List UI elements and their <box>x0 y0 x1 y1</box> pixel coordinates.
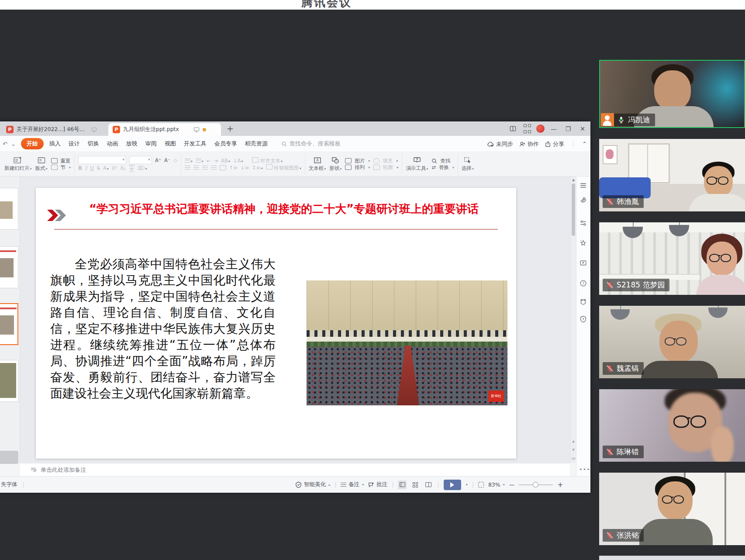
effects-star-icon[interactable] <box>579 239 588 248</box>
shrink-font-button[interactable]: A⁻ <box>164 157 170 163</box>
menu-home[interactable]: 开始 <box>21 138 44 149</box>
slide-sorter-view-button[interactable] <box>411 480 420 489</box>
align-text-button[interactable]: 对齐文本▾ <box>252 157 283 164</box>
font-size-combo[interactable] <box>129 156 152 164</box>
fill-button[interactable]: 填充▾ <box>373 158 398 164</box>
reading-view-button[interactable] <box>424 480 433 489</box>
menu-view[interactable]: 视图 <box>161 138 180 149</box>
menu-docer[interactable]: 稻壳资源 <box>241 138 272 149</box>
menu-review[interactable]: 审阅 <box>141 138 161 149</box>
screen-cast-icon[interactable] <box>579 259 588 268</box>
participant-tile[interactable]: 陈琳错 <box>599 389 745 462</box>
arrange-button[interactable]: 排列▾ <box>345 164 370 171</box>
tab-ppt-document-active[interactable]: P 九月组织生活ppt.pptx <box>108 123 221 136</box>
font-name-combo[interactable] <box>78 156 126 164</box>
find-button[interactable]: 查找 <box>431 158 454 164</box>
grow-font-button[interactable]: A⁺ <box>155 157 161 163</box>
justify-icon[interactable] <box>211 166 217 169</box>
clear-format-icon[interactable]: ◇ <box>173 157 177 163</box>
align-right-icon[interactable] <box>202 166 208 169</box>
collaborate-button[interactable]: 协作 <box>519 140 539 148</box>
participant-tile-speaking[interactable]: 冯凯迪 <box>599 60 745 128</box>
character-spacing-button[interactable]: AB▾ <box>221 158 230 164</box>
notes-bar[interactable]: 单击此处添加备注 <box>20 463 570 476</box>
line-spacing-button[interactable]: ↕≡▾ <box>252 165 262 171</box>
view-toggle-icon[interactable]: ▭ <box>570 456 576 460</box>
normal-view-button[interactable] <box>398 480 407 489</box>
minimize-button[interactable]: — <box>548 124 559 134</box>
new-tab-button[interactable]: + <box>225 124 235 134</box>
zoom-slider-handle[interactable] <box>533 482 538 487</box>
previous-slide-button[interactable]: ∧ <box>570 439 576 444</box>
zoom-out-button[interactable]: — <box>509 481 515 488</box>
new-slide-button[interactable]: 新建幻灯片▾ <box>4 156 32 172</box>
sync-status[interactable]: 未同步 <box>487 140 513 148</box>
missing-font-status[interactable]: 失字体 <box>1 481 17 488</box>
presentation-tools-button[interactable]: 演示工具▾ <box>406 157 428 172</box>
smart-beautify-button[interactable]: 智能美化▴ <box>295 481 330 488</box>
slide[interactable]: “学习习近平总书记重要讲话精神，迎接党的二十大”专题研讨班上的重要讲话 全党必须… <box>36 188 516 459</box>
menu-devtools[interactable]: 开发工具 <box>180 138 210 149</box>
menu-insert[interactable]: 插入 <box>45 138 65 149</box>
close-button[interactable]: ✕ <box>577 124 588 134</box>
italic-button[interactable]: I <box>85 165 87 171</box>
notes-toggle-button[interactable]: 备注▾ <box>341 481 364 488</box>
menu-transition[interactable]: 切换 <box>84 138 103 149</box>
apps-grid-icon[interactable] <box>522 124 532 134</box>
strikethrough-button[interactable]: S <box>97 165 100 171</box>
panel-more-icon[interactable]: ••• <box>579 466 590 473</box>
tab-pdf-document[interactable]: P 关于开展好2022...] 46号）.pdf <box>2 123 101 136</box>
slide-thumbnail[interactable] <box>0 360 18 402</box>
redo-dropdown-icon[interactable]: ⌄ <box>11 141 16 147</box>
zoom-in-button[interactable]: + <box>557 480 563 489</box>
slide-thumbnail[interactable] <box>0 246 18 288</box>
outline-button[interactable]: 轮廓▾ <box>373 164 398 171</box>
reset-button[interactable]: 重置 <box>51 158 71 164</box>
panel-menu-icon[interactable] <box>579 182 588 190</box>
picture-button[interactable]: 图片▾ <box>345 158 370 164</box>
slide-body-text[interactable]: 全党必须高举中国特色社会主义伟大旗帜，坚持以马克思主义中国化时代化最新成果为指导… <box>50 256 276 401</box>
slide-title[interactable]: “学习习近平总书记重要讲话精神，迎接党的二十大”专题研讨班上的重要讲话 <box>62 202 506 216</box>
bullets-button[interactable]: ▾ <box>185 158 193 164</box>
distribute-icon[interactable] <box>220 165 226 170</box>
share-button[interactable]: 分享 <box>545 140 564 148</box>
menu-design[interactable]: 设计 <box>65 138 84 149</box>
participant-tile-partial[interactable] <box>599 556 745 560</box>
slide-thumbnail-partial[interactable] <box>0 451 18 464</box>
participant-tile[interactable]: 张洪铭 <box>599 473 745 545</box>
performance-bolt-icon[interactable] <box>579 315 588 324</box>
format-eraser-button[interactable]: ⌦▾ <box>138 165 147 171</box>
section-button[interactable]: 节▾ <box>51 164 71 171</box>
subscript-button[interactable]: X₂ <box>120 165 126 171</box>
align-center-icon[interactable] <box>193 166 199 169</box>
text-direction-button[interactable]: ↓A▾ <box>233 158 243 164</box>
superscript-button[interactable]: X² <box>112 165 117 171</box>
split-view-icon[interactable] <box>507 124 518 134</box>
layout-button[interactable]: 版式▾ <box>35 157 48 172</box>
slide-thumbnail[interactable] <box>0 188 18 230</box>
font-color-button[interactable]: A▾ <box>103 165 109 171</box>
account-avatar[interactable] <box>536 124 545 133</box>
increase-indent-button[interactable]: ⇥ <box>214 158 218 164</box>
pinyin-guide-button[interactable]: wén文 <box>129 164 135 172</box>
text-box-button[interactable]: A 文本框▾ <box>309 157 326 172</box>
next-slide-button[interactable]: ∨ <box>570 447 576 452</box>
menu-member[interactable]: 会员专享 <box>210 138 241 149</box>
command-search[interactable]: 查找命令、搜索模板 <box>281 140 341 148</box>
bold-button[interactable]: B <box>78 165 82 171</box>
fit-slide-icon[interactable] <box>478 482 484 487</box>
slide-thumbnail-current[interactable] <box>0 303 18 345</box>
align-left-icon[interactable] <box>185 166 190 169</box>
line-spacing-up-icon[interactable]: ↑≡ <box>229 165 238 171</box>
shapes-button[interactable]: 形状▾ <box>329 157 341 172</box>
vertical-scrollbar[interactable]: ▲ ∧ ∨ ▭ <box>570 176 576 463</box>
wps-assistant-icon[interactable] <box>579 298 588 306</box>
menu-slideshow[interactable]: 放映 <box>122 138 141 149</box>
rocket-boost-icon[interactable] <box>579 197 588 205</box>
underline-button[interactable]: U <box>90 165 93 171</box>
maximize-button[interactable]: ❐ <box>563 124 573 134</box>
participant-tile[interactable]: S2185 范梦园 <box>599 222 745 295</box>
help-icon[interactable]: ? <box>579 280 588 288</box>
conference-photo[interactable]: 新华社 <box>307 280 507 405</box>
decrease-indent-button[interactable]: ⇤ <box>207 158 211 164</box>
